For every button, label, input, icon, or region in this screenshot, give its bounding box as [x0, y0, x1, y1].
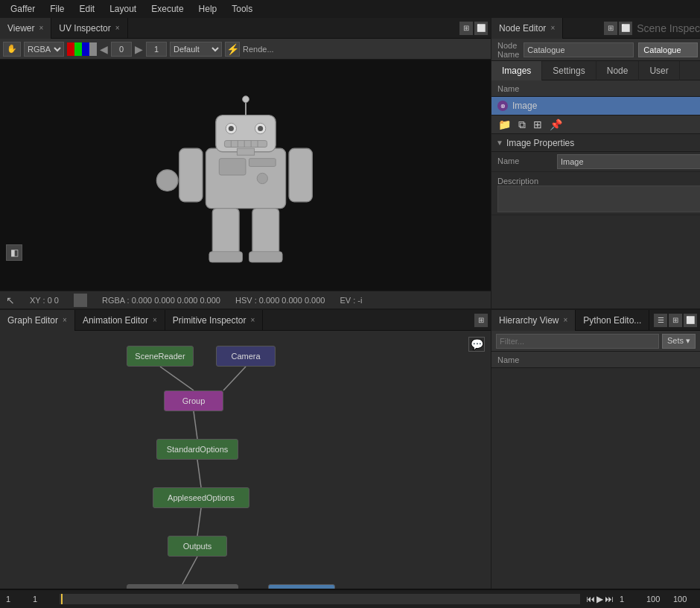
tab-prim-label: Primitive Inspector	[173, 315, 246, 326]
graph-canvas[interactable]: SceneReader Camera Group StandardOptions…	[0, 331, 491, 589]
scene-inspector-tab[interactable]: Scene Inspector ×	[637, 22, 700, 34]
svg-line-25	[160, 367, 194, 390]
hierarchy-content	[491, 368, 700, 589]
viewer-toolbar: ✋ RGBA ◀ 0 ▶ 1 Default ⚡ Rende...	[0, 39, 491, 60]
transport-next-keyframe[interactable]: ⏭	[605, 594, 614, 604]
node-appleseed-options[interactable]: AppleseedOptions	[153, 487, 249, 508]
tab-node-editor[interactable]: Node Editor ×	[491, 18, 563, 39]
ne-layout-btn[interactable]: ⊞	[604, 22, 617, 35]
channel-arrow-right: ▶	[135, 43, 143, 55]
sets-button[interactable]: Sets ▾	[662, 334, 696, 349]
svg-line-27	[194, 411, 197, 439]
tab-anim-close[interactable]: ×	[153, 316, 157, 324]
ev-status: EV : -i	[340, 296, 362, 305]
menu-file[interactable]: File	[42, 2, 71, 16]
channel-select[interactable]: RGBA	[24, 42, 64, 57]
tab-prim-close[interactable]: ×	[250, 316, 255, 324]
top-row: Viewer × UV Inspector × ⊞ ⬜ ✋ RGBA	[0, 18, 700, 308]
timeline-in-frame: 1	[33, 595, 54, 604]
robot-image	[112, 82, 380, 268]
timeline-ruler[interactable]	[60, 594, 580, 604]
menu-tools[interactable]: Tools	[224, 2, 260, 16]
image-row-name: Image	[512, 101, 537, 111]
ne-pin-btn[interactable]: 📌	[547, 118, 564, 130]
image-row-icon: ⊗	[497, 101, 508, 111]
tab-uv-inspector[interactable]: UV Inspector ×	[51, 18, 127, 39]
prop-desc-label: Description	[497, 174, 557, 186]
ne-folder-btn[interactable]: 📁	[496, 118, 513, 130]
graph-grid-btn[interactable]: ⊞	[474, 314, 488, 327]
section-triangle: ▼	[496, 139, 503, 147]
hsv-status: HSV : 0.000 0.000 0.000	[235, 296, 325, 305]
tab-hierarchy-view[interactable]: Hierarchy View ×	[491, 310, 576, 331]
render-label: Rende...	[243, 45, 274, 54]
tab-hierarchy-close[interactable]: ×	[563, 316, 567, 324]
menu-execute[interactable]: Execute	[144, 2, 191, 16]
tab-hierarchy-label: Hierarchy View	[499, 315, 559, 326]
menu-help[interactable]: Help	[191, 2, 225, 16]
display-select[interactable]: Default	[170, 42, 222, 57]
node-camera[interactable]: Camera	[216, 346, 276, 367]
node-catalogue[interactable]: Catalogue	[268, 584, 335, 589]
tab-viewer-close[interactable]: ×	[39, 24, 43, 32]
tab-graph-close[interactable]: ×	[63, 316, 67, 324]
svg-line-30	[182, 557, 197, 584]
sub-tab-user[interactable]: User	[639, 61, 679, 80]
node-group[interactable]: Group	[164, 390, 223, 411]
hand-tool-btn[interactable]: ✋	[3, 42, 21, 57]
node-scene-reader[interactable]: SceneReader	[127, 346, 194, 367]
node-name-bar: Node Name Catalogue i ⚙	[491, 39, 700, 61]
tab-uv-close[interactable]: ×	[115, 24, 120, 32]
transport-play[interactable]: ▶	[596, 594, 603, 604]
node-name-label: Node Name	[497, 41, 519, 59]
node-outputs[interactable]: Outputs	[168, 536, 227, 557]
svg-point-15	[257, 173, 267, 183]
tab-python-editor[interactable]: Python Edito...	[576, 310, 649, 331]
menubar: Gaffer File Edit Layout Execute Help Too…	[0, 0, 700, 18]
tab-primitive-inspector[interactable]: Primitive Inspector ×	[165, 310, 264, 331]
hierarchy-filter-input[interactable]	[496, 334, 659, 349]
prop-desc-textarea[interactable]	[497, 186, 700, 212]
sub-tab-node[interactable]: Node	[596, 61, 640, 80]
status-bar: ↖ XY : 0 0 RGBA : 0.000 0.000 0.000 0.00…	[0, 291, 491, 308]
viewer-layout-btn[interactable]: ⊞	[459, 22, 473, 35]
prop-row-name: Name	[491, 152, 700, 172]
graph-connectors	[0, 331, 491, 589]
render-btn[interactable]: ⚡	[225, 42, 240, 57]
timeline: 1 1 ⏮ ▶ ⏭ 1 100 100	[0, 589, 700, 608]
ne-grid-btn[interactable]: ⊞	[531, 118, 544, 130]
tab-graph-editor[interactable]: Graph Editor ×	[0, 310, 75, 331]
transport-prev-keyframe[interactable]: ⏮	[586, 594, 595, 604]
image-table-row[interactable]: ⊗ Image	[491, 97, 700, 115]
graph-chat-btn[interactable]: 💬	[468, 337, 485, 352]
graph-editor-panel: Graph Editor × Animation Editor × Primit…	[0, 308, 491, 589]
ne-copy-btn[interactable]: ⧉	[516, 118, 528, 131]
menu-layout[interactable]: Layout	[102, 2, 144, 16]
svg-rect-19	[212, 209, 239, 256]
main-layout: Viewer × UV Inspector × ⊞ ⬜ ✋ RGBA	[0, 18, 700, 608]
tab-node-editor-close[interactable]: ×	[550, 24, 555, 32]
tab-animation-editor[interactable]: Animation Editor ×	[75, 310, 165, 331]
color-swatch	[67, 42, 97, 56]
node-name-input[interactable]	[524, 42, 634, 57]
hierarchy-panel: Hierarchy View × Python Edito... ☰ ⊞ ⬜ S…	[491, 308, 700, 589]
node-interactive-render[interactable]: InteractiveAppleseedRender	[127, 584, 238, 589]
viewer-overlay-btn[interactable]: ◧	[6, 244, 22, 261]
prop-name-input[interactable]	[557, 154, 700, 169]
node-editor-bottom-bar: 📁 ⧉ ⊞ 📌 ×	[491, 115, 700, 134]
hierarchy-menu-btn[interactable]: ☰	[654, 314, 667, 327]
svg-line-26	[223, 367, 246, 390]
ne-fullscreen-btn[interactable]: ⬜	[619, 22, 632, 35]
sub-tab-settings[interactable]: Settings	[542, 61, 596, 80]
svg-rect-6	[237, 148, 254, 155]
hierarchy-layout-btn[interactable]: ⊞	[669, 314, 682, 327]
menu-gaffer[interactable]: Gaffer	[3, 2, 42, 16]
tab-uv-label: UV Inspector	[59, 23, 110, 34]
menu-edit[interactable]: Edit	[71, 2, 102, 16]
tab-viewer[interactable]: Viewer ×	[0, 18, 51, 39]
sub-tab-images[interactable]: Images	[491, 61, 542, 80]
hierarchy-fullscreen-btn[interactable]: ⬜	[684, 314, 697, 327]
node-editor-panel: Node Editor × ⊞ ⬜ Scene Inspector × Node…	[491, 18, 700, 308]
viewer-fullscreen-btn[interactable]: ⬜	[474, 22, 488, 35]
node-standard-options[interactable]: StandardOptions	[156, 439, 238, 460]
